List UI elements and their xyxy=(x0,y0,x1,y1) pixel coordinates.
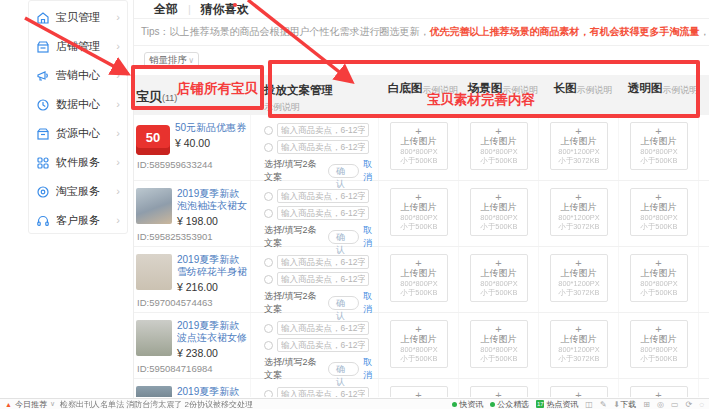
copy-checkbox[interactable] xyxy=(264,390,273,398)
product-price: ¥ 216.00 xyxy=(177,281,248,293)
apps-icon[interactable]: ⊞ xyxy=(643,400,650,409)
upload-image-button[interactable]: + 上传图片 800*1200PX 小于3072KB xyxy=(550,254,608,302)
plus-icon: + xyxy=(391,258,447,268)
skin-icon[interactable]: ◫ xyxy=(585,400,593,409)
upload-image-button[interactable]: + 上传图片 800*800PX 小于500KB xyxy=(390,254,448,302)
copy-input-2[interactable] xyxy=(277,140,369,154)
upload-image-button[interactable]: + 上传图片 800*800PX 小于500KB xyxy=(470,254,528,302)
sidebar-item-label: 货源中心 xyxy=(56,126,100,141)
upload-image-button[interactable]: + 上传图片 800*800PX 小于500KB xyxy=(470,386,528,397)
upload-image-button[interactable]: + 上传图片 800*800PX 小于500KB xyxy=(390,320,448,368)
copy-input-1[interactable] xyxy=(277,321,369,335)
transparent-upload-cell: + 上传图片 800*800PX 小于500KB xyxy=(619,115,699,180)
copy-input-2[interactable] xyxy=(277,272,369,286)
home-icon xyxy=(36,11,50,25)
upload-image-button[interactable]: + 上传图片 800*1200PX 小于3072KB xyxy=(550,386,608,397)
tips-highlight: 优先完善以上推荐场景的商品素材，有机会获得更多手淘流量 xyxy=(430,25,700,39)
status-icon[interactable]: ◌ xyxy=(699,400,704,409)
product-cell: 2019夏季新款波点连衣裙女修身显瘦小众网红 ¥ 238.00 ID:59508… xyxy=(134,313,251,378)
example-link[interactable]: 示例说明 xyxy=(422,84,458,115)
product-header-title: 宝贝 xyxy=(136,89,162,104)
upload-image-button[interactable]: + 上传图片 800*800PX 小于500KB xyxy=(470,320,528,368)
chevron-right-icon: › xyxy=(116,215,120,226)
copy-input-2[interactable] xyxy=(277,206,369,220)
long-upload-cell: + 上传图片 800*1200PX 小于3072KB xyxy=(539,379,619,397)
count-badge: 17 xyxy=(536,400,544,408)
sidebar-item-supply-center[interactable]: 货源中心 › xyxy=(29,119,127,148)
copy-checkbox[interactable] xyxy=(264,192,273,201)
confirm-button[interactable]: 确认 xyxy=(328,296,359,310)
tab-all[interactable]: 全部 xyxy=(154,1,178,18)
product-thumbnail[interactable] xyxy=(136,254,172,290)
copy-checkbox[interactable] xyxy=(264,258,273,267)
copy-checkbox[interactable] xyxy=(264,341,273,350)
upload-image-button[interactable]: + 上传图片 800*800PX 小于500KB xyxy=(390,386,448,397)
sort-select[interactable]: 销量排序 ∨ xyxy=(144,52,199,69)
copy-input-1[interactable] xyxy=(277,387,369,397)
note-icon[interactable]: ✎ xyxy=(600,400,607,409)
tab-guess-you-like[interactable]: 猜你喜欢 xyxy=(201,1,249,18)
sidebar-item-data-center[interactable]: 数据中心 › xyxy=(29,90,127,119)
example-link[interactable]: 示例说明 xyxy=(502,84,538,115)
example-link[interactable]: 示例说明 xyxy=(264,101,379,114)
product-title-link[interactable]: 2019夏季新款雪纺碎花半身裙女中长款飘逸白 xyxy=(177,254,248,278)
product-thumbnail[interactable] xyxy=(136,188,172,224)
long-upload-cell: + 上传图片 800*1200PX 小于3072KB xyxy=(539,115,619,180)
sidebar-item-shop-management[interactable]: 店铺管理 › xyxy=(29,32,127,61)
upload-image-button[interactable]: + 上传图片 800*1200PX 小于3072KB xyxy=(550,320,608,368)
sidebar-item-customer-services[interactable]: 客户服务 › xyxy=(29,206,127,235)
today-recommend-label[interactable]: 今日推荐 xyxy=(15,399,47,409)
product-title-link[interactable]: 2019夏季新款泡泡袖连衣裙女衬衫短袖T恤中长款 xyxy=(177,188,248,212)
copy-checkbox[interactable] xyxy=(264,275,273,284)
white-bg-upload-cell: + 上传图片 800*800PX 小于500KB xyxy=(379,313,459,378)
confirm-button[interactable]: 确认 xyxy=(328,362,359,376)
product-thumbnail[interactable]: 50 xyxy=(136,125,170,155)
upload-image-button[interactable]: + 上传图片 800*800PX 小于500KB xyxy=(630,254,688,302)
copy-checkbox[interactable] xyxy=(264,143,273,152)
upload-image-button[interactable]: + 上传图片 800*800PX 小于500KB xyxy=(390,188,448,236)
plus-icon: + xyxy=(631,192,687,202)
copy-input-2[interactable] xyxy=(277,338,369,352)
upload-image-button[interactable]: + 上传图片 800*800PX 小于500KB xyxy=(630,122,688,170)
view-icon[interactable]: ◎ xyxy=(657,400,664,409)
example-link[interactable]: 示例说明 xyxy=(662,84,698,115)
sidebar-item-software-services[interactable]: 软件服务 › xyxy=(29,148,127,177)
product-title-link[interactable]: 50元新品优惠券 xyxy=(175,122,247,134)
window-icon[interactable]: ▭ xyxy=(671,400,679,409)
upload-image-button[interactable]: + 上传图片 800*1200PX 小于3072KB xyxy=(550,122,608,170)
refresh-icon[interactable]: ⟳ xyxy=(686,400,693,409)
product-thumbnail[interactable] xyxy=(136,386,172,397)
column-header-transparent: 透明图 示例说明 xyxy=(619,75,699,115)
product-title-link[interactable]: 2019夏季新款法式复古连衣裙女中长款复古山 xyxy=(177,386,248,397)
browser-bottom-bar: ▲ 今日推荐 ∨ 检察出刊人名单法 消防台湾太震了 2份协议被移交处理 快资讯 … xyxy=(0,398,709,409)
copy-input-1[interactable] xyxy=(277,123,369,137)
sidebar-item-product-management[interactable]: 宝贝管理 › xyxy=(29,3,127,32)
chevron-down-icon: ∨ xyxy=(50,400,55,408)
megaphone-icon xyxy=(36,69,50,83)
copy-checkbox[interactable] xyxy=(264,209,273,218)
upload-image-button[interactable]: + 上传图片 800*1200PX 小于3072KB xyxy=(550,188,608,236)
upload-image-button[interactable]: + 上传图片 800*800PX 小于500KB xyxy=(630,386,688,397)
sidebar-item-marketing-center[interactable]: 营销中心 › xyxy=(29,61,127,90)
download-button[interactable]: ⬇下载 xyxy=(614,399,637,409)
copy-input-1[interactable] xyxy=(277,189,369,203)
feed-public-picks[interactable]: 公众精选 xyxy=(490,399,529,409)
upload-image-button[interactable]: + 上传图片 800*800PX 小于500KB xyxy=(630,320,688,368)
upload-image-button[interactable]: + 上传图片 800*800PX 小于500KB xyxy=(470,122,528,170)
upload-image-button[interactable]: + 上传图片 800*800PX 小于500KB xyxy=(630,188,688,236)
confirm-button[interactable]: 确认 xyxy=(328,230,359,244)
confirm-button[interactable]: 确认 xyxy=(328,164,359,178)
sidebar-item-taobao-services[interactable]: 淘宝服务 › xyxy=(29,177,127,206)
feed-quick-news[interactable]: 快资讯 xyxy=(452,399,483,409)
feed-hot-news[interactable]: 17热点资讯 xyxy=(536,399,578,409)
upload-image-button[interactable]: + 上传图片 800*800PX 小于500KB xyxy=(390,122,448,170)
product-title-link[interactable]: 2019夏季新款波点连衣裙女修身显瘦小众网红 xyxy=(177,320,248,344)
upload-image-button[interactable]: + 上传图片 800*800PX 小于500KB xyxy=(470,188,528,236)
copy-input-1[interactable] xyxy=(277,255,369,269)
example-link[interactable]: 示例说明 xyxy=(577,84,613,115)
grid-icon xyxy=(36,156,50,170)
product-thumbnail[interactable] xyxy=(136,320,172,356)
news-ticker[interactable]: 检察出刊人名单法 消防台湾太震了 2份协议被移交处理 xyxy=(60,399,253,409)
copy-checkbox[interactable] xyxy=(264,126,273,135)
copy-checkbox[interactable] xyxy=(264,324,273,333)
